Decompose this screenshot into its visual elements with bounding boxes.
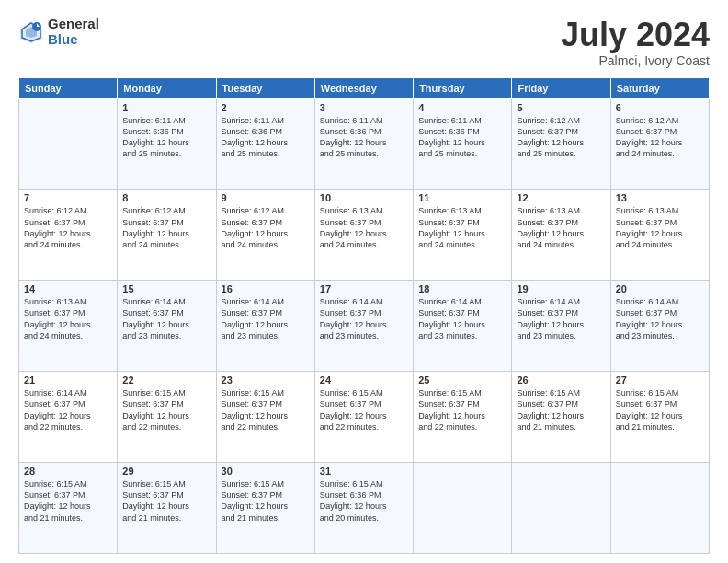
logo-icon (18, 19, 44, 45)
day-info: Sunrise: 6:15 AM Sunset: 6:37 PM Dayligh… (122, 387, 210, 432)
week-row-5: 28Sunrise: 6:15 AM Sunset: 6:37 PM Dayli… (19, 463, 710, 554)
day-info: Sunrise: 6:15 AM Sunset: 6:36 PM Dayligh… (320, 478, 408, 523)
day-info: Sunrise: 6:13 AM Sunset: 6:37 PM Dayligh… (418, 205, 506, 250)
day-number: 3 (320, 102, 408, 113)
table-cell: 25Sunrise: 6:15 AM Sunset: 6:37 PM Dayli… (414, 372, 512, 463)
col-monday: Monday (118, 77, 216, 98)
day-info: Sunrise: 6:15 AM Sunset: 6:37 PM Dayligh… (616, 387, 704, 432)
day-info: Sunrise: 6:15 AM Sunset: 6:37 PM Dayligh… (418, 387, 506, 432)
day-info: Sunrise: 6:11 AM Sunset: 6:36 PM Dayligh… (222, 115, 310, 160)
table-cell: 13Sunrise: 6:13 AM Sunset: 6:37 PM Dayli… (610, 190, 709, 281)
week-row-1: 1Sunrise: 6:11 AM Sunset: 6:36 PM Daylig… (19, 98, 710, 190)
week-row-4: 21Sunrise: 6:14 AM Sunset: 6:37 PM Dayli… (19, 372, 710, 463)
page: General Blue July 2024 Palmci, Ivory Coa… (0, 0, 728, 563)
day-number: 8 (122, 192, 210, 203)
day-number: 15 (122, 283, 210, 294)
day-number: 21 (24, 374, 112, 385)
title-location: Palmci, Ivory Coast (561, 53, 710, 68)
table-cell: 23Sunrise: 6:15 AM Sunset: 6:37 PM Dayli… (216, 372, 314, 463)
day-number: 5 (517, 102, 605, 113)
calendar-table: Sunday Monday Tuesday Wednesday Thursday… (18, 77, 710, 554)
day-info: Sunrise: 6:14 AM Sunset: 6:37 PM Dayligh… (122, 296, 210, 341)
day-number: 20 (616, 283, 704, 294)
day-info: Sunrise: 6:14 AM Sunset: 6:37 PM Dayligh… (24, 387, 112, 432)
day-number: 9 (222, 192, 310, 203)
day-number: 31 (320, 465, 408, 477)
logo-general-text: General (48, 17, 99, 32)
day-number: 2 (222, 102, 310, 113)
table-cell: 5Sunrise: 6:12 AM Sunset: 6:37 PM Daylig… (512, 98, 610, 190)
day-info: Sunrise: 6:14 AM Sunset: 6:37 PM Dayligh… (222, 296, 310, 341)
day-number: 24 (320, 374, 408, 385)
col-friday: Friday (512, 77, 610, 98)
day-number: 22 (122, 374, 210, 385)
day-info: Sunrise: 6:13 AM Sunset: 6:37 PM Dayligh… (320, 205, 408, 250)
table-cell: 14Sunrise: 6:13 AM Sunset: 6:37 PM Dayli… (19, 281, 118, 372)
day-number: 16 (222, 283, 310, 294)
day-number: 10 (320, 192, 408, 203)
table-cell: 6Sunrise: 6:12 AM Sunset: 6:37 PM Daylig… (610, 98, 709, 190)
day-number: 11 (418, 192, 506, 203)
col-saturday: Saturday (610, 77, 709, 98)
day-number: 1 (122, 102, 210, 113)
day-info: Sunrise: 6:15 AM Sunset: 6:37 PM Dayligh… (320, 387, 408, 432)
table-cell: 31Sunrise: 6:15 AM Sunset: 6:36 PM Dayli… (314, 463, 413, 554)
day-info: Sunrise: 6:15 AM Sunset: 6:37 PM Dayligh… (222, 387, 310, 432)
day-number: 27 (616, 374, 704, 385)
day-number: 25 (418, 374, 506, 385)
header: General Blue July 2024 Palmci, Ivory Coa… (18, 17, 710, 68)
logo-blue-text: Blue (48, 32, 99, 48)
table-cell: 18Sunrise: 6:14 AM Sunset: 6:37 PM Dayli… (414, 281, 512, 372)
table-cell: 29Sunrise: 6:15 AM Sunset: 6:37 PM Dayli… (118, 463, 216, 554)
table-cell: 20Sunrise: 6:14 AM Sunset: 6:37 PM Dayli… (610, 281, 709, 372)
day-number: 14 (24, 283, 112, 294)
table-cell (610, 463, 709, 554)
table-cell (512, 463, 610, 554)
day-info: Sunrise: 6:14 AM Sunset: 6:37 PM Dayligh… (320, 296, 408, 341)
day-info: Sunrise: 6:11 AM Sunset: 6:36 PM Dayligh… (122, 115, 210, 160)
table-cell: 12Sunrise: 6:13 AM Sunset: 6:37 PM Dayli… (512, 190, 610, 281)
day-number: 4 (418, 102, 506, 113)
calendar-header-row: Sunday Monday Tuesday Wednesday Thursday… (19, 77, 710, 98)
col-thursday: Thursday (414, 77, 512, 98)
table-cell: 28Sunrise: 6:15 AM Sunset: 6:37 PM Dayli… (19, 463, 118, 554)
day-info: Sunrise: 6:14 AM Sunset: 6:37 PM Dayligh… (517, 296, 605, 341)
col-sunday: Sunday (19, 77, 118, 98)
col-wednesday: Wednesday (314, 77, 413, 98)
table-cell (414, 463, 512, 554)
table-cell: 3Sunrise: 6:11 AM Sunset: 6:36 PM Daylig… (314, 98, 413, 190)
day-number: 30 (222, 465, 310, 477)
day-number: 26 (517, 374, 605, 385)
day-number: 7 (24, 192, 112, 203)
logo-text: General Blue (48, 17, 99, 47)
title-month: July 2024 (561, 17, 710, 53)
day-number: 17 (320, 283, 408, 294)
day-info: Sunrise: 6:11 AM Sunset: 6:36 PM Dayligh… (418, 115, 506, 160)
logo: General Blue (18, 17, 99, 47)
table-cell: 26Sunrise: 6:15 AM Sunset: 6:37 PM Dayli… (512, 372, 610, 463)
day-info: Sunrise: 6:12 AM Sunset: 6:37 PM Dayligh… (24, 205, 112, 250)
day-info: Sunrise: 6:15 AM Sunset: 6:37 PM Dayligh… (122, 478, 210, 523)
table-cell: 19Sunrise: 6:14 AM Sunset: 6:37 PM Dayli… (512, 281, 610, 372)
table-cell: 22Sunrise: 6:15 AM Sunset: 6:37 PM Dayli… (118, 372, 216, 463)
day-number: 28 (24, 465, 112, 477)
day-number: 12 (517, 192, 605, 203)
day-info: Sunrise: 6:15 AM Sunset: 6:37 PM Dayligh… (222, 478, 310, 523)
day-number: 29 (122, 465, 210, 477)
week-row-2: 7Sunrise: 6:12 AM Sunset: 6:37 PM Daylig… (19, 190, 710, 281)
table-cell: 11Sunrise: 6:13 AM Sunset: 6:37 PM Dayli… (414, 190, 512, 281)
table-cell: 30Sunrise: 6:15 AM Sunset: 6:37 PM Dayli… (216, 463, 314, 554)
day-info: Sunrise: 6:12 AM Sunset: 6:37 PM Dayligh… (616, 115, 704, 160)
table-cell: 2Sunrise: 6:11 AM Sunset: 6:36 PM Daylig… (216, 98, 314, 190)
day-number: 19 (517, 283, 605, 294)
table-cell: 9Sunrise: 6:12 AM Sunset: 6:37 PM Daylig… (216, 190, 314, 281)
table-cell: 10Sunrise: 6:13 AM Sunset: 6:37 PM Dayli… (314, 190, 413, 281)
day-info: Sunrise: 6:12 AM Sunset: 6:37 PM Dayligh… (122, 205, 210, 250)
table-cell: 8Sunrise: 6:12 AM Sunset: 6:37 PM Daylig… (118, 190, 216, 281)
table-cell: 1Sunrise: 6:11 AM Sunset: 6:36 PM Daylig… (118, 98, 216, 190)
title-block: July 2024 Palmci, Ivory Coast (561, 17, 710, 68)
day-info: Sunrise: 6:15 AM Sunset: 6:37 PM Dayligh… (24, 478, 112, 523)
table-cell (19, 98, 118, 190)
day-info: Sunrise: 6:13 AM Sunset: 6:37 PM Dayligh… (24, 296, 112, 341)
day-info: Sunrise: 6:12 AM Sunset: 6:37 PM Dayligh… (222, 205, 310, 250)
